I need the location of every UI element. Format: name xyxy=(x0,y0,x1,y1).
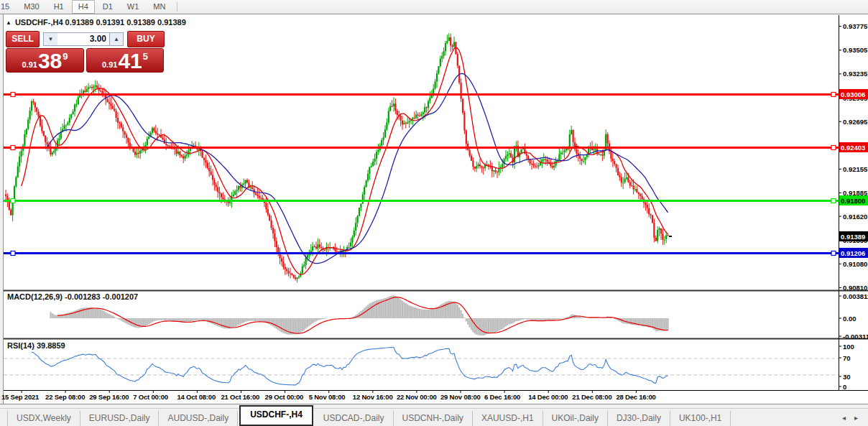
rsi-axis-label: 0 xyxy=(843,383,846,391)
price-axis-label: 0.93505 xyxy=(843,46,868,54)
time-axis-label: 12 Nov 16:00 xyxy=(353,393,393,401)
tab-scroll-right-icon[interactable]: ▸ xyxy=(854,414,858,422)
sell-price-button[interactable]: 0.91 38 9 xyxy=(6,48,84,73)
chart-background xyxy=(4,14,868,404)
hline-anchor[interactable] xyxy=(831,93,836,97)
rsi-axis-label: 100 xyxy=(843,343,854,351)
tab-eurusd-daily[interactable]: EURUSD-,Daily xyxy=(80,411,160,426)
tab-scroll-controls: ◂ ▸ xyxy=(842,414,858,422)
time-axis-label: 6 Dec 16:00 xyxy=(484,393,520,401)
price-axis-label: 0.93775 xyxy=(843,22,868,30)
buy-price-small: 0.91 xyxy=(102,60,117,69)
tab-audusd-daily[interactable]: AUDUSD-,Daily xyxy=(159,411,238,426)
tab-dj30-daily[interactable]: DJ30-,Daily xyxy=(608,411,670,426)
hline-anchor[interactable] xyxy=(831,146,836,150)
buy-button[interactable]: BUY xyxy=(127,31,165,47)
time-axis-label: 22 Nov 00:00 xyxy=(397,393,437,401)
time-axis-label: 29 Sep 16:00 xyxy=(89,393,129,401)
price-badge-0.93006: 0.93006 xyxy=(839,89,868,99)
svg-text:0.91206: 0.91206 xyxy=(841,249,865,257)
hline-anchor[interactable] xyxy=(11,93,15,97)
chart-title: ▲ USDCHF-,H4 0.91389 0.91391 0.91389 0.9… xyxy=(6,18,186,27)
price-axis-label: 0.92155 xyxy=(843,165,868,173)
tab-usdcad-daily[interactable]: USDCAD-,Daily xyxy=(315,411,394,426)
tab-usdcnh-daily[interactable]: USDCNH-,Daily xyxy=(394,411,473,426)
hline-anchor[interactable] xyxy=(831,199,836,203)
time-axis-label: 14 Oct 08:00 xyxy=(177,393,216,401)
collapse-trade-panel-icon[interactable]: ▲ xyxy=(6,19,11,26)
sell-button[interactable]: SELL xyxy=(6,31,40,47)
rsi-indicator-label: RSI(14) 39.8859 xyxy=(7,341,65,350)
tab-scroll-left-icon[interactable]: ◂ xyxy=(842,414,846,422)
svg-text:0.91389: 0.91389 xyxy=(841,233,865,241)
tab-usdx-weekly[interactable]: USDX,Weekly xyxy=(7,411,80,426)
price-axis-label: 0.93235 xyxy=(843,70,868,78)
svg-text:0.93006: 0.93006 xyxy=(841,91,865,98)
price-badge-0.92403: 0.92403 xyxy=(839,142,868,152)
sell-price-sup: 9 xyxy=(63,51,68,62)
chart-tab-bar: USDX,WeeklyEURUSD-,DailyAUDUSD-,DailyUSD… xyxy=(0,408,868,426)
rsi-axis-label: 70 xyxy=(843,354,851,362)
svg-text:0.92403: 0.92403 xyxy=(841,144,865,152)
time-axis-label: 5 Nov 08:00 xyxy=(309,393,346,401)
macd-axis-label: -0.00311 xyxy=(843,333,868,341)
time-axis-label: 29 Oct 00:00 xyxy=(265,393,304,401)
tab-uk100-h1[interactable]: UK100-,H1 xyxy=(670,411,731,426)
hline-anchor[interactable] xyxy=(831,251,836,256)
sell-price-small: 0.91 xyxy=(22,60,37,69)
time-axis-label: 14 Dec 00:00 xyxy=(528,393,568,401)
buy-price-sup: 5 xyxy=(143,51,148,62)
time-axis-label: 22 Sep 08:00 xyxy=(45,393,85,401)
price-badge-0.91800: 0.91800 xyxy=(839,195,868,205)
price-axis-label: 0.91620 xyxy=(843,213,867,221)
price-badge-0.91206: 0.91206 xyxy=(839,248,868,258)
tab-ukoil-daily[interactable]: UKOil-,Daily xyxy=(543,411,608,426)
hline-anchor[interactable] xyxy=(11,199,15,203)
time-axis-label: 7 Oct 00:00 xyxy=(133,393,168,401)
time-axis-label: 28 Dec 16:00 xyxy=(616,393,655,401)
chart-title-text: USDCHF-,H4 0.91389 0.91391 0.91389 0.913… xyxy=(15,18,186,27)
volume-input[interactable] xyxy=(57,32,109,46)
volume-decrease-button[interactable]: ▼ xyxy=(43,32,57,46)
one-click-trade-widget: SELL ▼ ▲ BUY 0.91 38 9 0.91 41 5 xyxy=(6,31,165,73)
hline-anchor[interactable] xyxy=(11,146,15,150)
hline-anchor[interactable] xyxy=(11,251,15,256)
macd-axis-label: 0.003811 xyxy=(843,292,868,300)
time-axis-label: 29 Nov 08:00 xyxy=(440,393,481,401)
price-axis-label: 0.92695 xyxy=(843,118,868,126)
time-axis-label: 21 Oct 16:00 xyxy=(221,393,260,401)
tab-xauusd-h1[interactable]: XAUUSD-,H1 xyxy=(473,411,543,426)
time-axis-label: 15 Sep 2021 xyxy=(1,393,40,401)
last-price-dash xyxy=(669,236,672,237)
macd-axis-label: 0.00 xyxy=(843,315,857,323)
volume-increase-button[interactable]: ▲ xyxy=(109,32,124,46)
price-axis-label: 0.90810 xyxy=(843,284,867,292)
buy-price-button[interactable]: 0.91 41 5 xyxy=(86,48,164,73)
time-axis-label: 21 Dec 08:00 xyxy=(572,393,611,401)
tab-usdchf-h4[interactable]: USDCHF-,H4 xyxy=(239,405,313,426)
macd-indicator-label: MACD(12,26,9) -0.001283 -0.001207 xyxy=(7,292,138,301)
buy-price-big: 41 xyxy=(118,50,142,72)
rsi-axis-label: 30 xyxy=(843,373,851,381)
price-axis-label: 0.91080 xyxy=(843,260,867,268)
svg-text:0.91800: 0.91800 xyxy=(841,197,865,205)
current-price-badge: 0.91389 xyxy=(839,231,868,241)
sell-price-big: 38 xyxy=(38,50,62,72)
